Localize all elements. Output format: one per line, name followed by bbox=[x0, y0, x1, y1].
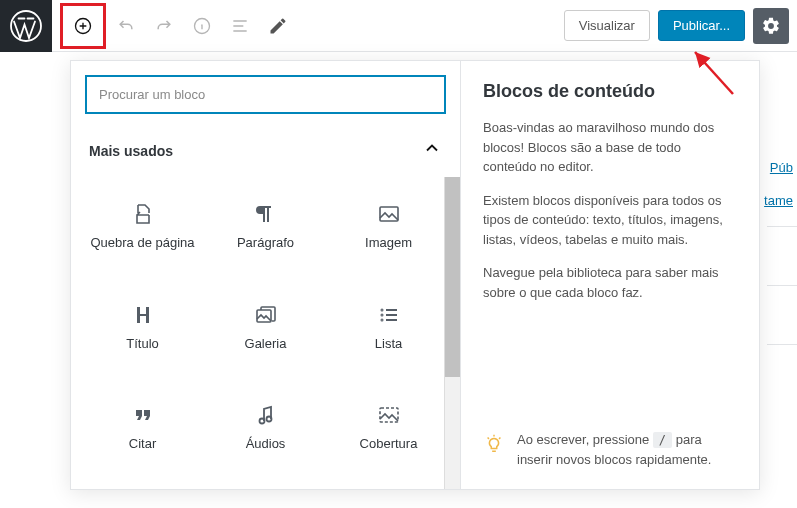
sidebar-peek: Púb tame bbox=[764, 160, 797, 403]
svg-point-8 bbox=[259, 419, 264, 424]
edit-button[interactable] bbox=[260, 8, 296, 44]
block-label: Quebra de página bbox=[90, 235, 194, 252]
page-break-icon bbox=[130, 201, 156, 227]
block-item-heading[interactable]: Título bbox=[81, 278, 204, 379]
gallery-icon bbox=[253, 302, 279, 328]
blocks-grid: Quebra de página Parágrafo Imagem Título bbox=[71, 177, 460, 489]
svg-point-7 bbox=[381, 319, 382, 320]
block-label: Parágrafo bbox=[237, 235, 294, 252]
svg-point-9 bbox=[266, 417, 271, 422]
block-item-paragraph[interactable]: Parágrafo bbox=[204, 177, 327, 278]
wp-logo-icon[interactable] bbox=[8, 8, 44, 44]
info-paragraph: Navegue pela biblioteca para saber mais … bbox=[483, 263, 737, 302]
block-label: Lista bbox=[375, 336, 402, 353]
heading-icon bbox=[130, 302, 156, 328]
info-paragraph: Existem blocos disponíveis para todos os… bbox=[483, 191, 737, 250]
tip-box: Ao escrever, pressione / para inserir no… bbox=[483, 430, 737, 469]
image-icon bbox=[376, 201, 402, 227]
block-label: Imagem bbox=[365, 235, 412, 252]
block-label: Citar bbox=[129, 436, 156, 453]
info-paragraph: Boas-vindas ao maravilhoso mundo dos blo… bbox=[483, 118, 737, 177]
editor-toolbar: Visualizar Publicar... bbox=[52, 0, 797, 52]
svg-point-6 bbox=[381, 314, 382, 315]
scrollbar[interactable] bbox=[444, 177, 460, 489]
peek-link-1[interactable]: Púb bbox=[764, 160, 797, 175]
scrollbar-thumb[interactable] bbox=[445, 177, 460, 377]
search-block-input[interactable] bbox=[85, 75, 446, 114]
block-label: Galeria bbox=[245, 336, 287, 353]
block-item-audio[interactable]: Áudios bbox=[204, 378, 327, 479]
category-title: Mais usados bbox=[89, 143, 173, 159]
redo-button[interactable] bbox=[146, 8, 182, 44]
block-item-image[interactable]: Imagem bbox=[327, 177, 450, 278]
block-label: Cobertura bbox=[360, 436, 418, 453]
quote-icon bbox=[130, 402, 156, 428]
inserter-left-column: Mais usados Quebra de página Parágrafo bbox=[71, 61, 461, 489]
tip-text: Ao escrever, pressione / para inserir no… bbox=[517, 430, 737, 469]
chevron-up-icon bbox=[422, 138, 442, 163]
wp-admin-bar bbox=[0, 0, 52, 52]
paragraph-icon bbox=[253, 201, 279, 227]
toolbar-right-group: Visualizar Publicar... bbox=[564, 8, 789, 44]
block-inserter-panel: Mais usados Quebra de página Parágrafo bbox=[70, 60, 760, 490]
category-header[interactable]: Mais usados bbox=[71, 128, 460, 177]
inserter-info-panel: Blocos de conteúdo Boas-vindas ao maravi… bbox=[461, 61, 759, 489]
toolbar-left-group bbox=[60, 3, 296, 49]
audio-icon bbox=[253, 402, 279, 428]
add-block-button[interactable] bbox=[65, 8, 101, 44]
add-block-highlight bbox=[60, 3, 106, 49]
peek-link-2[interactable]: tame bbox=[764, 193, 797, 208]
outline-button[interactable] bbox=[222, 8, 258, 44]
block-item-list[interactable]: Lista bbox=[327, 278, 450, 379]
svg-rect-10 bbox=[380, 408, 398, 422]
lightbulb-icon bbox=[483, 432, 505, 460]
settings-button[interactable] bbox=[753, 8, 789, 44]
publish-button[interactable]: Publicar... bbox=[658, 10, 745, 41]
info-title: Blocos de conteúdo bbox=[483, 81, 737, 102]
block-label: Título bbox=[126, 336, 159, 353]
block-item-quote[interactable]: Citar bbox=[81, 378, 204, 479]
block-label: Áudios bbox=[246, 436, 286, 453]
block-item-cover[interactable]: Cobertura bbox=[327, 378, 450, 479]
list-icon bbox=[376, 302, 402, 328]
undo-button[interactable] bbox=[108, 8, 144, 44]
info-button[interactable] bbox=[184, 8, 220, 44]
preview-button[interactable]: Visualizar bbox=[564, 10, 650, 41]
block-item-page-break[interactable]: Quebra de página bbox=[81, 177, 204, 278]
cover-icon bbox=[376, 402, 402, 428]
kbd-slash: / bbox=[653, 432, 672, 448]
svg-point-5 bbox=[381, 309, 382, 310]
svg-rect-3 bbox=[380, 207, 398, 221]
block-item-gallery[interactable]: Galeria bbox=[204, 278, 327, 379]
search-wrap bbox=[71, 61, 460, 128]
